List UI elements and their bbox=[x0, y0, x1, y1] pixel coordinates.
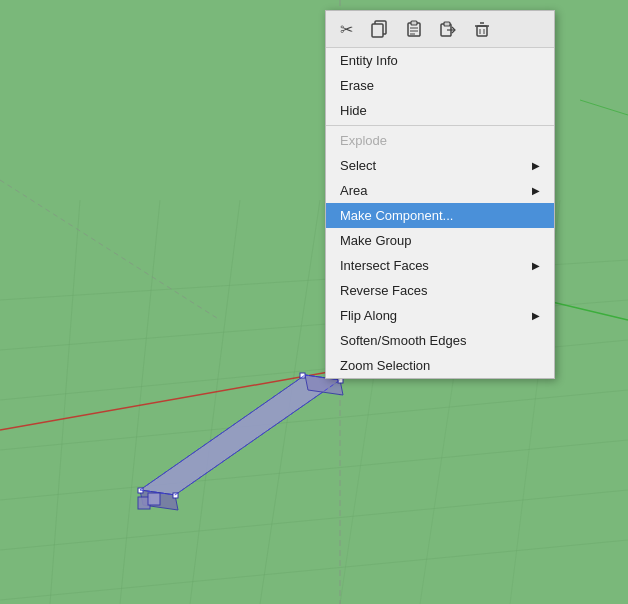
select-submenu-arrow: ▶ bbox=[532, 160, 540, 171]
svg-line-26 bbox=[140, 375, 305, 490]
menu-item-intersect-faces[interactable]: Intersect Faces ▶ bbox=[326, 253, 554, 278]
menu-item-select[interactable]: Select ▶ bbox=[326, 153, 554, 178]
menu-item-explode: Explode bbox=[326, 128, 554, 153]
area-submenu-arrow: ▶ bbox=[532, 185, 540, 196]
menu-item-entity-info[interactable]: Entity Info bbox=[326, 48, 554, 73]
intersect-faces-submenu-arrow: ▶ bbox=[532, 260, 540, 271]
flip-along-submenu-arrow: ▶ bbox=[532, 310, 540, 321]
menu-item-flip-along[interactable]: Flip Along ▶ bbox=[326, 303, 554, 328]
paste-icon[interactable] bbox=[400, 15, 428, 43]
svg-line-8 bbox=[120, 200, 160, 604]
svg-line-29 bbox=[175, 380, 340, 495]
paste-in-place-icon[interactable] bbox=[434, 15, 462, 43]
svg-rect-31 bbox=[148, 493, 160, 505]
delete-icon[interactable] bbox=[468, 15, 496, 43]
svg-line-17 bbox=[580, 100, 628, 115]
svg-line-5 bbox=[0, 490, 628, 550]
svg-line-4 bbox=[0, 440, 628, 500]
svg-line-6 bbox=[0, 540, 628, 600]
menu-item-erase[interactable]: Erase bbox=[326, 73, 554, 98]
copy-icon[interactable] bbox=[366, 15, 394, 43]
context-menu-toolbar: ✂ bbox=[326, 11, 554, 48]
separator-1 bbox=[326, 125, 554, 126]
menu-item-area[interactable]: Area ▶ bbox=[326, 178, 554, 203]
menu-item-soften-smooth[interactable]: Soften/Smooth Edges bbox=[326, 328, 554, 353]
menu-item-reverse-faces[interactable]: Reverse Faces bbox=[326, 278, 554, 303]
menu-item-zoom-selection[interactable]: Zoom Selection bbox=[326, 353, 554, 378]
cut-icon[interactable]: ✂ bbox=[332, 15, 360, 43]
svg-line-3 bbox=[0, 390, 628, 450]
svg-line-9 bbox=[190, 200, 240, 604]
svg-rect-36 bbox=[411, 21, 417, 25]
context-menu: ✂ bbox=[325, 10, 555, 379]
svg-rect-41 bbox=[444, 22, 450, 26]
svg-line-18 bbox=[0, 180, 220, 320]
menu-item-hide[interactable]: Hide bbox=[326, 98, 554, 123]
menu-item-make-component[interactable]: Make Component... bbox=[326, 203, 554, 228]
menu-item-make-group[interactable]: Make Group bbox=[326, 228, 554, 253]
svg-rect-43 bbox=[477, 26, 487, 36]
svg-rect-34 bbox=[372, 24, 383, 37]
